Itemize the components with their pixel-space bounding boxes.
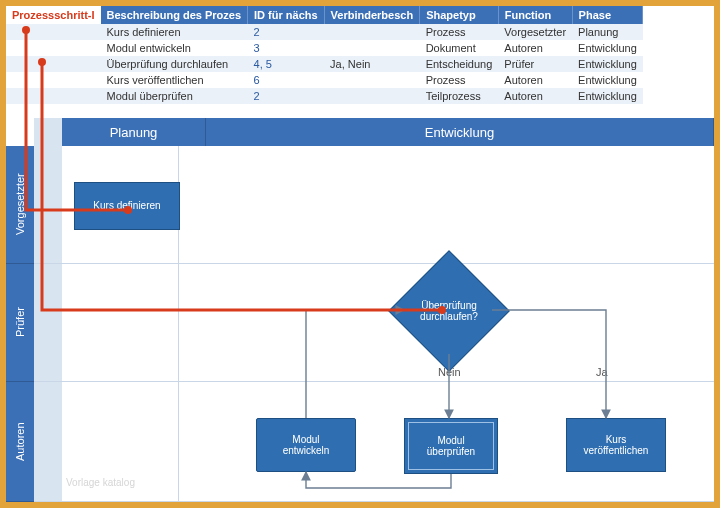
cell-step bbox=[6, 56, 101, 72]
cell-next: 2 bbox=[248, 24, 325, 40]
cell-func: Prüfer bbox=[498, 56, 572, 72]
table-row: Kurs definieren2ProzessVorgesetzterPlanu… bbox=[6, 24, 643, 40]
edge-label-yes: Ja bbox=[596, 366, 608, 378]
cell-shape: Entscheidung bbox=[420, 56, 499, 72]
swimlane-diagram: Planung Entwicklung Vorgesetzter Prüfer … bbox=[6, 118, 714, 502]
cell-conn: Ja, Nein bbox=[324, 56, 420, 72]
cell-func: Autoren bbox=[498, 88, 572, 104]
cell-phase: Entwicklung bbox=[572, 72, 643, 88]
col-function: Function bbox=[498, 6, 572, 24]
lane-labels: Vorgesetzter Prüfer Autoren bbox=[6, 146, 34, 502]
cell-shape: Teilprozess bbox=[420, 88, 499, 104]
cell-func: Autoren bbox=[498, 40, 572, 56]
cell-step bbox=[6, 24, 101, 40]
phase-planning: Planung bbox=[62, 118, 206, 146]
cell-shape: Prozess bbox=[420, 24, 499, 40]
watermark: Vorlage katalog bbox=[66, 477, 135, 488]
lane-supervisor: Vorgesetzter bbox=[6, 146, 34, 264]
cell-phase: Entwicklung bbox=[572, 40, 643, 56]
cell-conn bbox=[324, 88, 420, 104]
table-row: Modul überprüfen2TeilprozessAutorenEntwi… bbox=[6, 88, 643, 104]
cell-step bbox=[6, 88, 101, 104]
cell-func: Vorgesetzter bbox=[498, 24, 572, 40]
cell-next: 4, 5 bbox=[248, 56, 325, 72]
cell-phase: Entwicklung bbox=[572, 88, 643, 104]
cell-desc: Kurs definieren bbox=[101, 24, 248, 40]
cell-desc: Kurs veröffentlichen bbox=[101, 72, 248, 88]
node-label: Modulentwickeln bbox=[283, 434, 330, 457]
cell-desc: Modul überprüfen bbox=[101, 88, 248, 104]
col-step-id: Prozessschritt-I bbox=[6, 6, 101, 24]
cell-shape: Dokument bbox=[420, 40, 499, 56]
table-row: Überprüfung durchlaufen4, 5Ja, NeinEntsc… bbox=[6, 56, 643, 72]
process-table: Prozessschritt-I Beschreibung des Prozes… bbox=[6, 6, 643, 104]
cell-next: 2 bbox=[248, 88, 325, 104]
node-develop-module: Modulentwickeln bbox=[256, 418, 356, 472]
node-label: Überprüfungdurchlaufen? bbox=[407, 269, 491, 353]
phase-header: Planung Entwicklung bbox=[62, 118, 714, 146]
cell-desc: Überprüfung durchlaufen bbox=[101, 56, 248, 72]
node-label: Modulüberprüfen bbox=[427, 435, 475, 458]
cell-conn bbox=[324, 24, 420, 40]
table-row: Modul entwickeln3DokumentAutorenEntwickl… bbox=[6, 40, 643, 56]
col-description: Beschreibung des Prozes bbox=[101, 6, 248, 24]
cell-func: Autoren bbox=[498, 72, 572, 88]
cell-next: 6 bbox=[248, 72, 325, 88]
node-check-module: Modulüberprüfen bbox=[404, 418, 498, 474]
lane-authors: Autoren bbox=[6, 382, 34, 502]
cell-step bbox=[6, 40, 101, 56]
cell-phase: Planung bbox=[572, 24, 643, 40]
table-header-row: Prozessschritt-I Beschreibung des Prozes… bbox=[6, 6, 643, 24]
cell-next: 3 bbox=[248, 40, 325, 56]
node-publish-course: Kursveröffentlichen bbox=[566, 418, 666, 472]
table-body: Kurs definieren2ProzessVorgesetzterPlanu… bbox=[6, 24, 643, 104]
node-label: Kursveröffentlichen bbox=[584, 434, 649, 457]
cell-phase: Entwicklung bbox=[572, 56, 643, 72]
table-row: Kurs veröffentlichen6ProzessAutorenEntwi… bbox=[6, 72, 643, 88]
col-next-id: ID für nächs bbox=[248, 6, 325, 24]
node-define-course: Kurs definieren bbox=[74, 182, 180, 230]
phase-development: Entwicklung bbox=[206, 118, 714, 146]
cell-shape: Prozess bbox=[420, 72, 499, 88]
edge-label-no: Nein bbox=[438, 366, 461, 378]
col-shape-type: Shapetyp bbox=[420, 6, 499, 24]
cell-desc: Modul entwickeln bbox=[101, 40, 248, 56]
col-phase: Phase bbox=[572, 6, 643, 24]
cell-conn bbox=[324, 72, 420, 88]
node-label: Kurs definieren bbox=[93, 200, 160, 212]
cell-step bbox=[6, 72, 101, 88]
lane-row-2 bbox=[34, 264, 714, 382]
lane-reviewer: Prüfer bbox=[6, 264, 34, 382]
col-connector: Verbinderbesch bbox=[324, 6, 420, 24]
cell-conn bbox=[324, 40, 420, 56]
